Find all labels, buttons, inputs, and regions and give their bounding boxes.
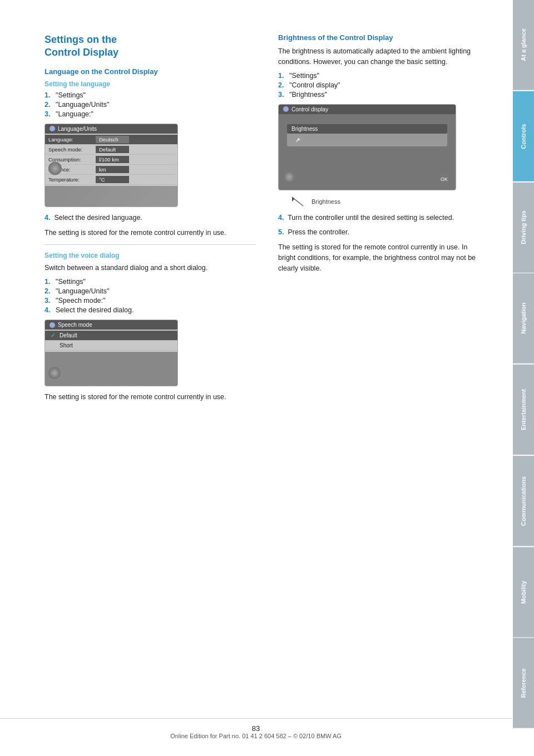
step-text: "Speech mode:"	[56, 297, 105, 305]
screenshot-brightness: Control display Brightness − + ↗	[278, 104, 456, 190]
table-row: Temperature: °C	[45, 175, 177, 185]
footer: 83 Online Edition for Part no. 01 41 2 6…	[0, 718, 512, 739]
settings-icon	[50, 322, 55, 328]
step-num: 1.	[44, 278, 53, 286]
screenshot-title-bar: Language/Units	[45, 124, 177, 134]
brightness-label-bar: Brightness	[287, 124, 447, 134]
sidebar-tab-at-a-glance[interactable]: At a glance	[513, 0, 534, 90]
controller-knob	[48, 367, 61, 379]
brightness-arrow: ↗	[295, 137, 300, 143]
section-brightness-title: Brightness of the Control Display	[278, 33, 478, 42]
menu-item-default: ✓ Default	[45, 331, 177, 341]
table-row: Speech mode: Default	[45, 145, 177, 155]
step-text: "Settings"	[56, 278, 86, 286]
settings-icon	[283, 106, 289, 112]
screenshot-table: Language: Deutsch Speech mode: Default C…	[45, 134, 177, 186]
step-num: 4.	[44, 306, 53, 314]
sidebar-tab-entertainment[interactable]: Entertainment	[513, 365, 534, 455]
step4-language: 4. Select the desired language.	[44, 213, 256, 223]
step-num: 3.	[278, 91, 287, 99]
right-column: Brightness of the Control Display The br…	[278, 33, 478, 407]
step-num: 3.	[44, 110, 53, 118]
list-item: 2. "Language/Units"	[44, 101, 256, 109]
main-title: Settings on the Control Display	[44, 33, 256, 60]
row-label: Language:	[48, 136, 96, 143]
step-text: "Brightness"	[289, 91, 327, 99]
list-item: 1. "Settings"	[44, 278, 256, 286]
note-language: The setting is stored for the remote con…	[44, 228, 256, 238]
sidebar-tab-reference[interactable]: Reference	[513, 638, 534, 728]
step4-brightness: 4. Turn the controller until the desired…	[278, 213, 478, 223]
menu-item-label: Default	[60, 332, 77, 338]
voice-intro: Switch between a standard dialog and a s…	[44, 263, 256, 273]
list-item: 1. "Settings"	[44, 91, 256, 99]
note-brightness: The setting is stored for the remote con…	[278, 242, 478, 273]
controller-knob	[48, 161, 62, 175]
step-text: "Settings"	[56, 91, 86, 99]
screenshot-speech-mode: Speech mode ✓ Default Short	[44, 320, 178, 386]
step-num: 1.	[44, 91, 53, 99]
table-row: Consumption: l/100 km	[45, 155, 177, 165]
step-text: "Control display"	[289, 81, 340, 89]
note-voice: The setting is stored for the remote con…	[44, 392, 256, 402]
step-text: "Language/Units"	[56, 101, 109, 109]
brightness-steps-list: 1. "Settings" 2. "Control display" 3. "B…	[278, 72, 478, 99]
step-num: 2.	[44, 287, 53, 295]
controller-knob	[283, 171, 295, 183]
sidebar-tab-driving-tips[interactable]: Driving tips	[513, 183, 534, 273]
checkmark-icon: ✓	[51, 332, 55, 338]
language-steps-list: 1. "Settings" 2. "Language/Units" 3. "La…	[44, 91, 256, 118]
sidebar-tab-navigation[interactable]: Navigation	[513, 273, 534, 364]
sidebar-tab-controls[interactable]: Controls	[513, 91, 534, 181]
screenshot-title-bar: Control display	[279, 105, 456, 114]
brightness-intro: The brightness is automatically adapted …	[278, 46, 478, 67]
step-text: Select the desired dialog.	[56, 306, 134, 314]
sidebar: At a glance Controls Driving tips Naviga…	[513, 0, 534, 729]
list-item: 3. "Brightness"	[278, 91, 478, 99]
sub-title-language: Setting the language	[44, 80, 256, 88]
sidebar-tab-mobility[interactable]: Mobility	[513, 547, 534, 637]
step-num: 2.	[278, 81, 287, 89]
speech-menu: ✓ Default Short	[45, 330, 177, 352]
voice-steps-list: 1. "Settings" 2. "Language/Units" 3. "Sp…	[44, 278, 256, 314]
list-item: 3. "Language:"	[44, 110, 256, 118]
screenshot-language-units: Language/Units Language: Deutsch Speech …	[44, 124, 178, 207]
list-item: 2. "Control display"	[278, 81, 478, 89]
ok-button: OK	[437, 175, 451, 183]
menu-item-label: Short	[60, 342, 73, 348]
sidebar-tab-communications[interactable]: Communications	[513, 456, 534, 546]
left-column: Settings on the Control Display Language…	[44, 33, 256, 407]
step-text: "Language:"	[56, 110, 93, 118]
step5-brightness: 5. Press the controller.	[278, 227, 478, 238]
list-item: 1. "Settings"	[278, 72, 478, 80]
screenshot-title: Control display	[291, 106, 328, 112]
settings-icon	[50, 126, 55, 131]
step-num: 1.	[278, 72, 287, 80]
step-num: 3.	[44, 297, 53, 305]
screenshot-title: Language/Units	[58, 126, 97, 132]
brightness-panel: Brightness − +	[287, 124, 447, 146]
row-value: Deutsch	[96, 136, 129, 143]
table-row: Language: Deutsch	[45, 135, 177, 145]
menu-item-short: Short	[45, 341, 177, 351]
row-label: Speech mode:	[48, 146, 96, 153]
arrow-svg	[289, 196, 306, 207]
list-item: 4. Select the desired dialog.	[44, 306, 256, 314]
screenshot-title-bar: Speech mode	[45, 320, 177, 330]
page-number: 83	[252, 724, 260, 733]
brightness-arrow-label-row: Brightness	[289, 196, 478, 207]
row-value: °C	[96, 176, 129, 183]
step-text: "Settings"	[289, 72, 319, 80]
sub-title-voice: Setting the voice dialog	[44, 252, 256, 259]
list-item: 2. "Language/Units"	[44, 287, 256, 295]
section-language-title: Language on the Control Display	[44, 67, 256, 76]
row-value: Default	[96, 146, 129, 153]
step-num: 2.	[44, 101, 53, 109]
row-value: l/100 km	[96, 156, 129, 163]
step-text: "Language/Units"	[56, 287, 109, 295]
table-row: Distance: km	[45, 165, 177, 175]
screenshot-title: Speech mode	[58, 322, 92, 328]
footer-text: Online Edition for Part no. 01 41 2 604 …	[170, 733, 342, 739]
main-content: Settings on the Control Display Language…	[0, 0, 512, 429]
row-value: km	[96, 166, 129, 173]
